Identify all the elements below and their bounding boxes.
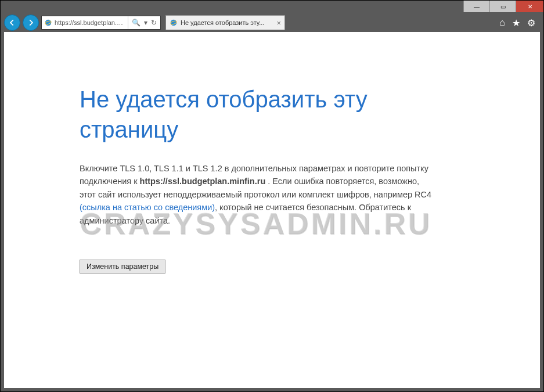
arrow-left-icon xyxy=(8,19,16,27)
dropdown-icon[interactable]: ▾ xyxy=(144,19,147,27)
ie-icon xyxy=(44,19,52,27)
svg-point-0 xyxy=(45,20,52,26)
toolbar: https://ssl.budgetplan.m... 🔍 ▾ ↻ Не уда… xyxy=(1,13,543,32)
toolbar-right: ⌂ ★ ⚙ xyxy=(499,17,540,28)
arrow-right-icon xyxy=(27,19,35,27)
search-icon[interactable]: 🔍 xyxy=(132,19,140,27)
close-button[interactable]: ✕ xyxy=(516,1,543,12)
favorites-icon[interactable]: ★ xyxy=(512,17,520,28)
svg-point-2 xyxy=(171,20,177,26)
home-icon[interactable]: ⌂ xyxy=(499,17,505,28)
tools-icon[interactable]: ⚙ xyxy=(527,17,535,28)
refresh-icon[interactable]: ↻ xyxy=(151,19,157,27)
address-bar[interactable]: https://ssl.budgetplan.m... 🔍 ▾ ↻ xyxy=(41,16,161,30)
ie-icon xyxy=(170,19,178,27)
tab-current[interactable]: Не удается отобразить эту... × xyxy=(165,15,285,30)
search-refresh-group: 🔍 ▾ ↻ xyxy=(128,16,160,29)
change-settings-button[interactable]: Изменить параметры xyxy=(80,260,165,274)
titlebar: — ▭ ✕ xyxy=(1,1,543,13)
browser-window: — ▭ ✕ https://ssl.budgetplan.m... 🔍 ▾ ↻ … xyxy=(0,0,544,392)
kb-link[interactable]: (ссылка на статью со сведениями) xyxy=(80,203,215,212)
error-body: Включите TLS 1.0, TLS 1.1 и TLS 1.2 в до… xyxy=(80,162,434,227)
maximize-button[interactable]: ▭ xyxy=(489,1,516,12)
tab-title: Не удается отобразить эту... xyxy=(181,19,264,26)
url-text: https://ssl.budgetplan.m... xyxy=(55,19,125,26)
body-host: https://ssl.budgetplan.minfin.ru xyxy=(140,177,266,186)
error-title: Не удается отобразить эту страницу xyxy=(80,84,434,145)
minimize-button[interactable]: — xyxy=(463,1,489,12)
forward-button[interactable] xyxy=(23,15,39,31)
back-button[interactable] xyxy=(4,15,20,31)
tab-close-icon[interactable]: × xyxy=(276,19,281,27)
page-content: Не удается отобразить эту страницу Включ… xyxy=(4,32,540,388)
